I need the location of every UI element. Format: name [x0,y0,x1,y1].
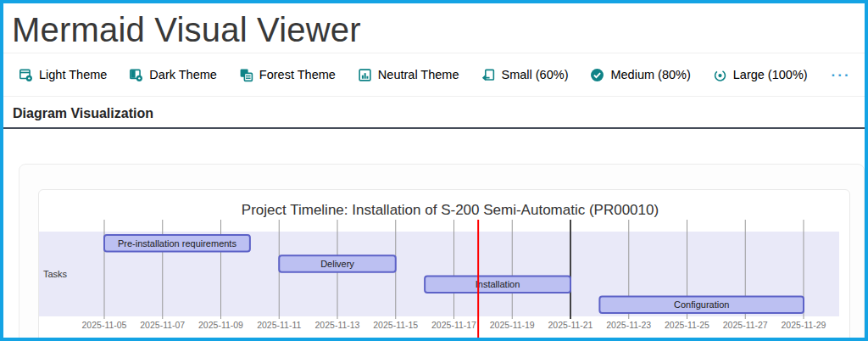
gantt-axis-label: 2025-11-13 [315,320,360,330]
toolbar-button-zoom-medium[interactable]: Medium (80%) [590,68,690,82]
diagram-panel: 2025-11-052025-11-072025-11-092025-11-11… [19,164,865,341]
toolbar-button-neutral-theme[interactable]: Neutral Theme [358,68,459,82]
gantt-axis-label: 2025-11-05 [82,320,127,330]
toolbar-button-label: Small (60%) [502,68,569,81]
gantt-task-label: Pre-installation requirements [118,238,237,249]
gantt-task-label: Configuration [674,299,729,310]
gantt-title: Project Timeline: Installation of S-200 … [242,202,659,218]
gantt-section-label: Tasks [43,269,68,279]
gantt-axis-label: 2025-11-15 [373,320,418,330]
gantt-axis-label: 2025-11-19 [490,320,535,330]
toolbar-button-label: Medium (80%) [610,68,690,81]
gantt-task-label: Installation [476,279,520,289]
toolbar-button-label: Large (100%) [733,68,808,81]
check-circle-icon [590,68,604,82]
gantt-axis-label: 2025-11-11 [257,320,301,330]
toolbar-button-zoom-large[interactable]: Large (100%) [713,68,808,82]
command-bar: Light Theme Dark Theme [3,53,865,96]
gantt-axis-label: 2025-11-23 [606,320,651,330]
toolbar-divider [3,96,865,97]
small-zoom-icon [481,68,496,82]
neutral-theme-icon [358,68,372,82]
toolbar-button-forest-theme[interactable]: Forest Theme [239,68,336,82]
dark-theme-icon [129,68,143,82]
toolbar-button-dark-theme[interactable]: Dark Theme [129,68,217,82]
toolbar-button-label: Light Theme [39,68,107,81]
gantt-axis-label: 2025-11-07 [140,320,185,330]
toolbar-button-light-theme[interactable]: Light Theme [19,68,107,82]
gantt-axis-label: 2025-11-21 [548,320,593,330]
gantt-axis-label: 2025-11-27 [723,320,768,330]
gantt-axis-label: 2025-11-09 [198,320,243,330]
app-title: Mermaid Visual Viewer [12,7,865,53]
section-heading: Diagram Visualization [13,106,865,121]
app-window: Mermaid Visual Viewer Light Theme [0,0,868,341]
large-zoom-icon [713,68,727,82]
toolbar-button-label: Forest Theme [259,68,336,81]
diagram-canvas: 2025-11-052025-11-072025-11-092025-11-11… [38,189,850,341]
gantt-axis-label: 2025-11-17 [431,320,476,330]
toolbar-button-label: Dark Theme [149,68,217,81]
gantt-chart: 2025-11-052025-11-072025-11-092025-11-11… [39,190,848,341]
section-heading-rule [3,127,865,129]
light-theme-icon [19,68,33,82]
toolbar-overflow-button[interactable]: ··· [830,68,853,82]
forest-theme-icon [239,68,253,82]
toolbar-button-zoom-small[interactable]: Small (60%) [481,68,569,82]
gantt-axis-label: 2025-11-25 [665,320,709,330]
gantt-axis-label: 2025-11-29 [782,320,826,330]
toolbar-button-label: Neutral Theme [378,68,459,81]
gantt-task-label: Delivery [320,259,354,269]
